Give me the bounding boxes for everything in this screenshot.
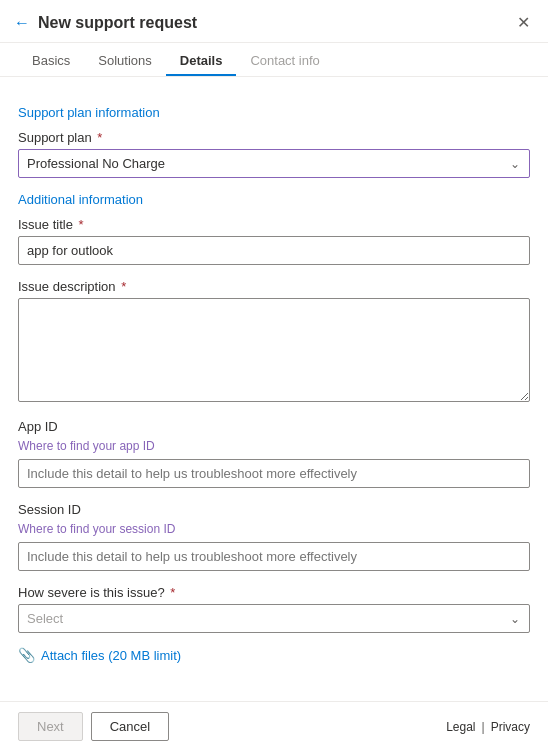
tabs-bar: Basics Solutions Details Contact info: [0, 43, 548, 77]
privacy-link[interactable]: Privacy: [491, 720, 530, 734]
back-button[interactable]: ←: [14, 15, 30, 31]
attach-icon: 📎: [18, 647, 35, 663]
severity-select-wrapper: Select Minimal Moderate Significant Crit…: [18, 604, 530, 633]
close-button[interactable]: ✕: [517, 15, 530, 31]
issue-desc-required: *: [118, 279, 127, 294]
support-request-window: ← New support request ✕ Basics Solutions…: [0, 0, 548, 751]
tab-contact-info: Contact info: [236, 43, 333, 76]
support-plan-header: Support plan information: [18, 105, 530, 120]
tab-solutions[interactable]: Solutions: [84, 43, 165, 76]
app-id-link[interactable]: Where to find your app ID: [18, 439, 155, 453]
page-title: New support request: [38, 14, 197, 32]
attach-files-row: 📎 Attach files (20 MB limit): [18, 647, 530, 663]
severity-field: How severe is this issue? * Select Minim…: [18, 585, 530, 633]
support-plan-required: *: [94, 130, 103, 145]
footer-links-separator: |: [482, 720, 485, 734]
severity-required: *: [167, 585, 176, 600]
severity-label: How severe is this issue? *: [18, 585, 530, 600]
next-button: Next: [18, 712, 83, 741]
session-id-link[interactable]: Where to find your session ID: [18, 522, 175, 536]
issue-title-label: Issue title *: [18, 217, 530, 232]
severity-select[interactable]: Select Minimal Moderate Significant Crit…: [18, 604, 530, 633]
legal-link[interactable]: Legal: [446, 720, 475, 734]
session-id-label: Session ID: [18, 502, 530, 517]
support-plan-label: Support plan *: [18, 130, 530, 145]
tab-details[interactable]: Details: [166, 43, 237, 76]
issue-description-field: Issue description *: [18, 279, 530, 405]
titlebar-left: ← New support request: [14, 14, 197, 32]
app-id-label: App ID: [18, 419, 530, 434]
support-plan-field: Support plan * Professional No Charge ⌄: [18, 130, 530, 178]
support-plan-section: Support plan information Support plan * …: [18, 105, 530, 178]
footer-actions: Next Cancel: [18, 712, 169, 741]
footer-links: Legal | Privacy: [446, 720, 530, 734]
cancel-button[interactable]: Cancel: [91, 712, 169, 741]
main-content: Support plan information Support plan * …: [0, 77, 548, 701]
app-id-field: App ID Where to find your app ID: [18, 419, 530, 488]
tab-basics[interactable]: Basics: [18, 43, 84, 76]
support-plan-select-wrapper: Professional No Charge ⌄: [18, 149, 530, 178]
issue-description-textarea[interactable]: [18, 298, 530, 402]
issue-title-field: Issue title *: [18, 217, 530, 265]
attach-files-button[interactable]: Attach files (20 MB limit): [41, 648, 181, 663]
issue-title-required: *: [75, 217, 84, 232]
app-id-input[interactable]: [18, 459, 530, 488]
issue-title-input[interactable]: [18, 236, 530, 265]
support-plan-select[interactable]: Professional No Charge: [18, 149, 530, 178]
additional-info-header: Additional information: [18, 192, 530, 207]
session-id-input[interactable]: [18, 542, 530, 571]
issue-description-label: Issue description *: [18, 279, 530, 294]
footer: Next Cancel Legal | Privacy: [0, 701, 548, 751]
titlebar: ← New support request ✕: [0, 0, 548, 43]
additional-info-section: Additional information Issue title * Iss…: [18, 192, 530, 663]
session-id-field: Session ID Where to find your session ID: [18, 502, 530, 571]
